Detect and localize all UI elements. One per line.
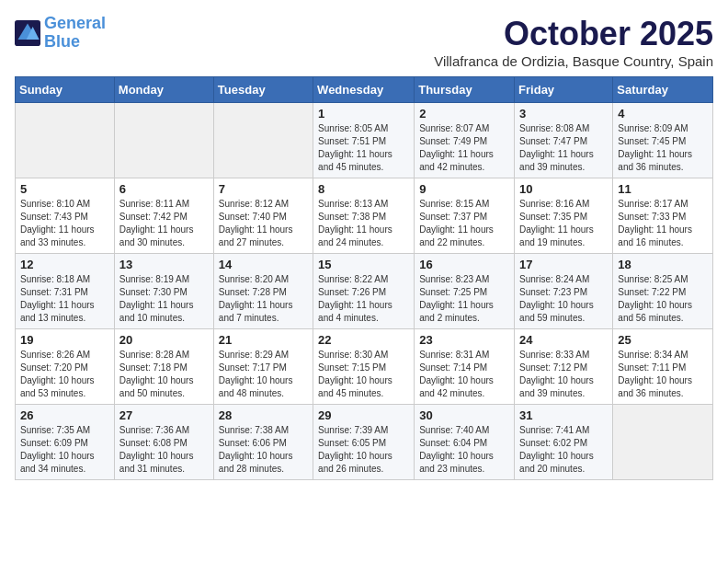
calendar-cell: 21Sunrise: 8:29 AM Sunset: 7:17 PM Dayli…	[213, 329, 313, 405]
day-number: 19	[20, 333, 109, 347]
col-header-wednesday: Wednesday	[313, 77, 415, 103]
cell-content: Sunrise: 7:36 AM Sunset: 6:08 PM Dayligh…	[119, 424, 209, 476]
day-number: 23	[419, 333, 509, 347]
day-number: 8	[318, 182, 409, 196]
month-title: October 2025	[434, 15, 713, 53]
week-row-1: 1Sunrise: 8:05 AM Sunset: 7:51 PM Daylig…	[16, 103, 713, 178]
calendar-cell: 24Sunrise: 8:33 AM Sunset: 7:12 PM Dayli…	[515, 329, 613, 405]
calendar-cell: 14Sunrise: 8:20 AM Sunset: 7:28 PM Dayli…	[213, 254, 313, 329]
calendar-cell: 22Sunrise: 8:30 AM Sunset: 7:15 PM Dayli…	[313, 329, 415, 405]
cell-content: Sunrise: 8:19 AM Sunset: 7:30 PM Dayligh…	[119, 273, 209, 325]
calendar-cell: 6Sunrise: 8:11 AM Sunset: 7:42 PM Daylig…	[114, 178, 213, 254]
calendar-cell: 18Sunrise: 8:25 AM Sunset: 7:22 PM Dayli…	[613, 254, 713, 329]
cell-content: Sunrise: 8:24 AM Sunset: 7:23 PM Dayligh…	[519, 273, 608, 325]
col-header-friday: Friday	[515, 77, 613, 103]
day-number: 26	[20, 408, 109, 422]
day-number: 9	[419, 182, 509, 196]
logo-icon	[15, 20, 40, 46]
day-number: 2	[419, 107, 509, 121]
cell-content: Sunrise: 8:17 AM Sunset: 7:33 PM Dayligh…	[618, 198, 708, 249]
cell-content: Sunrise: 7:40 AM Sunset: 6:04 PM Dayligh…	[419, 424, 509, 476]
calendar-cell: 25Sunrise: 8:34 AM Sunset: 7:11 PM Dayli…	[613, 329, 713, 405]
calendar-cell: 12Sunrise: 8:18 AM Sunset: 7:31 PM Dayli…	[16, 254, 115, 329]
day-number: 11	[618, 182, 708, 196]
calendar-cell: 15Sunrise: 8:22 AM Sunset: 7:26 PM Dayli…	[313, 254, 415, 329]
cell-content: Sunrise: 8:10 AM Sunset: 7:43 PM Dayligh…	[20, 198, 109, 249]
day-number: 3	[519, 107, 608, 121]
calendar-cell: 10Sunrise: 8:16 AM Sunset: 7:35 PM Dayli…	[515, 178, 613, 254]
calendar-table: SundayMondayTuesdayWednesdayThursdayFrid…	[15, 76, 713, 480]
calendar-cell: 2Sunrise: 8:07 AM Sunset: 7:49 PM Daylig…	[415, 103, 515, 178]
cell-content: Sunrise: 8:18 AM Sunset: 7:31 PM Dayligh…	[20, 273, 109, 325]
cell-content: Sunrise: 8:13 AM Sunset: 7:38 PM Dayligh…	[318, 198, 409, 249]
cell-content: Sunrise: 7:38 AM Sunset: 6:06 PM Dayligh…	[219, 424, 308, 476]
title-block: October 2025 Villafranca de Ordizia, Bas…	[434, 15, 713, 69]
calendar-cell: 8Sunrise: 8:13 AM Sunset: 7:38 PM Daylig…	[313, 178, 415, 254]
cell-content: Sunrise: 8:16 AM Sunset: 7:35 PM Dayligh…	[519, 198, 608, 249]
cell-content: Sunrise: 8:15 AM Sunset: 7:37 PM Dayligh…	[419, 198, 509, 249]
week-row-2: 5Sunrise: 8:10 AM Sunset: 7:43 PM Daylig…	[16, 178, 713, 254]
cell-content: Sunrise: 8:30 AM Sunset: 7:15 PM Dayligh…	[318, 349, 409, 400]
calendar-cell: 20Sunrise: 8:28 AM Sunset: 7:18 PM Dayli…	[114, 329, 213, 405]
calendar-cell: 5Sunrise: 8:10 AM Sunset: 7:43 PM Daylig…	[16, 178, 115, 254]
col-header-thursday: Thursday	[415, 77, 515, 103]
calendar-cell: 23Sunrise: 8:31 AM Sunset: 7:14 PM Dayli…	[415, 329, 515, 405]
day-number: 4	[618, 107, 708, 121]
day-number: 16	[419, 258, 509, 271]
calendar-cell	[114, 103, 213, 178]
cell-content: Sunrise: 7:35 AM Sunset: 6:09 PM Dayligh…	[20, 424, 109, 476]
cell-content: Sunrise: 8:22 AM Sunset: 7:26 PM Dayligh…	[318, 273, 409, 325]
calendar-cell: 28Sunrise: 7:38 AM Sunset: 6:06 PM Dayli…	[213, 405, 313, 480]
day-number: 18	[618, 258, 708, 271]
day-number: 12	[20, 258, 109, 271]
day-number: 20	[119, 333, 209, 347]
cell-content: Sunrise: 8:29 AM Sunset: 7:17 PM Dayligh…	[219, 349, 308, 400]
col-header-monday: Monday	[114, 77, 213, 103]
location-subtitle: Villafranca de Ordizia, Basque Country, …	[434, 53, 713, 69]
day-number: 14	[219, 258, 308, 271]
calendar-cell: 3Sunrise: 8:08 AM Sunset: 7:47 PM Daylig…	[515, 103, 613, 178]
logo-text: General Blue	[44, 15, 106, 52]
logo: General Blue	[15, 15, 106, 52]
calendar-cell: 30Sunrise: 7:40 AM Sunset: 6:04 PM Dayli…	[415, 405, 515, 480]
calendar-cell	[613, 405, 713, 480]
cell-content: Sunrise: 8:11 AM Sunset: 7:42 PM Dayligh…	[119, 198, 209, 249]
calendar-cell: 7Sunrise: 8:12 AM Sunset: 7:40 PM Daylig…	[213, 178, 313, 254]
cell-content: Sunrise: 8:28 AM Sunset: 7:18 PM Dayligh…	[119, 349, 209, 400]
header-row: SundayMondayTuesdayWednesdayThursdayFrid…	[16, 77, 713, 103]
cell-content: Sunrise: 8:25 AM Sunset: 7:22 PM Dayligh…	[618, 273, 708, 325]
day-number: 27	[119, 408, 209, 422]
calendar-cell: 11Sunrise: 8:17 AM Sunset: 7:33 PM Dayli…	[613, 178, 713, 254]
calendar-cell: 4Sunrise: 8:09 AM Sunset: 7:45 PM Daylig…	[613, 103, 713, 178]
cell-content: Sunrise: 8:26 AM Sunset: 7:20 PM Dayligh…	[20, 349, 109, 400]
cell-content: Sunrise: 8:34 AM Sunset: 7:11 PM Dayligh…	[618, 349, 708, 400]
calendar-cell: 13Sunrise: 8:19 AM Sunset: 7:30 PM Dayli…	[114, 254, 213, 329]
cell-content: Sunrise: 8:33 AM Sunset: 7:12 PM Dayligh…	[519, 349, 608, 400]
cell-content: Sunrise: 8:12 AM Sunset: 7:40 PM Dayligh…	[219, 198, 308, 249]
day-number: 25	[618, 333, 708, 347]
cell-content: Sunrise: 8:23 AM Sunset: 7:25 PM Dayligh…	[419, 273, 509, 325]
day-number: 15	[318, 258, 409, 271]
day-number: 6	[119, 182, 209, 196]
day-number: 22	[318, 333, 409, 347]
day-number: 28	[219, 408, 308, 422]
calendar-cell: 17Sunrise: 8:24 AM Sunset: 7:23 PM Dayli…	[515, 254, 613, 329]
cell-content: Sunrise: 8:08 AM Sunset: 7:47 PM Dayligh…	[519, 122, 608, 174]
cell-content: Sunrise: 8:07 AM Sunset: 7:49 PM Dayligh…	[419, 122, 509, 174]
week-row-3: 12Sunrise: 8:18 AM Sunset: 7:31 PM Dayli…	[16, 254, 713, 329]
calendar-cell: 1Sunrise: 8:05 AM Sunset: 7:51 PM Daylig…	[313, 103, 415, 178]
day-number: 24	[519, 333, 608, 347]
day-number: 21	[219, 333, 308, 347]
calendar-cell: 19Sunrise: 8:26 AM Sunset: 7:20 PM Dayli…	[16, 329, 115, 405]
day-number: 31	[519, 408, 608, 422]
week-row-4: 19Sunrise: 8:26 AM Sunset: 7:20 PM Dayli…	[16, 329, 713, 405]
day-number: 1	[318, 107, 409, 121]
calendar-cell: 27Sunrise: 7:36 AM Sunset: 6:08 PM Dayli…	[114, 405, 213, 480]
col-header-tuesday: Tuesday	[213, 77, 313, 103]
calendar-cell: 31Sunrise: 7:41 AM Sunset: 6:02 PM Dayli…	[515, 405, 613, 480]
calendar-cell	[213, 103, 313, 178]
calendar-cell	[16, 103, 115, 178]
day-number: 5	[20, 182, 109, 196]
page-header: General Blue October 2025 Villafranca de…	[15, 15, 713, 69]
day-number: 7	[219, 182, 308, 196]
